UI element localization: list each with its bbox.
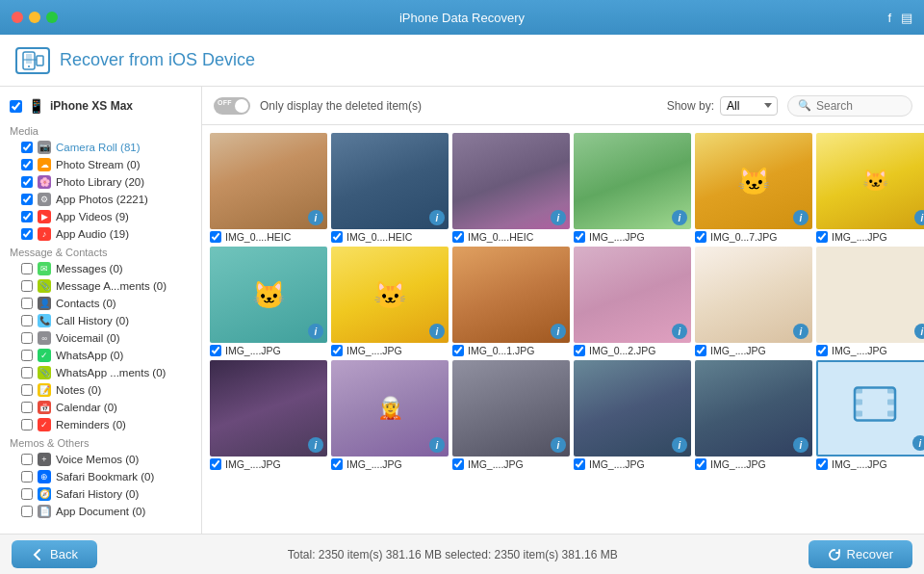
chat-icon[interactable]: ▤ bbox=[901, 11, 912, 25]
camera-roll-checkbox[interactable] bbox=[21, 142, 33, 153]
photo-thumbnail[interactable]: i bbox=[452, 133, 570, 229]
sidebar-item-call-history[interactable]: 📞 Call History (0) bbox=[0, 312, 201, 329]
sidebar-item-photo-library[interactable]: 🌸 Photo Library (20) bbox=[0, 173, 201, 191]
safari-hist-checkbox[interactable] bbox=[21, 488, 33, 500]
photo-checkbox[interactable] bbox=[695, 345, 706, 356]
wa-att-checkbox[interactable] bbox=[21, 367, 33, 378]
photo-thumbnail[interactable]: 🧝 i bbox=[331, 360, 449, 457]
photo-stream-checkbox[interactable] bbox=[21, 159, 33, 170]
photo-thumbnail[interactable]: i bbox=[452, 247, 570, 343]
sidebar-item-calendar[interactable]: 📅 Calendar (0) bbox=[0, 399, 201, 416]
voicemail-checkbox[interactable] bbox=[21, 332, 33, 344]
device-checkbox[interactable] bbox=[10, 100, 22, 113]
search-input[interactable] bbox=[816, 99, 903, 113]
call-history-checkbox[interactable] bbox=[21, 315, 33, 326]
back-button[interactable]: Back bbox=[12, 540, 97, 568]
info-badge[interactable]: i bbox=[914, 324, 924, 339]
photo-checkbox[interactable] bbox=[816, 345, 828, 356]
sidebar-item-message-attachments[interactable]: 📎 Message A...ments (0) bbox=[0, 277, 201, 295]
reminders-checkbox[interactable] bbox=[21, 419, 33, 430]
info-badge[interactable]: i bbox=[429, 210, 445, 225]
info-badge[interactable]: i bbox=[672, 437, 687, 453]
sidebar-item-whatsapp-att[interactable]: 📎 WhatsApp ...ments (0) bbox=[0, 364, 201, 381]
photo-thumbnail[interactable]: i bbox=[816, 360, 924, 457]
app-doc-checkbox[interactable] bbox=[21, 506, 33, 517]
photo-thumbnail[interactable]: 🐱 i bbox=[210, 247, 327, 343]
photo-thumbnail[interactable]: i bbox=[452, 360, 570, 457]
app-videos-checkbox[interactable] bbox=[21, 211, 33, 222]
safari-bm-checkbox[interactable] bbox=[21, 471, 33, 483]
info-badge[interactable]: i bbox=[914, 210, 924, 225]
photo-checkbox[interactable] bbox=[574, 231, 585, 243]
calendar-checkbox[interactable] bbox=[21, 402, 33, 413]
photo-checkbox[interactable] bbox=[331, 231, 343, 243]
sidebar-item-reminders[interactable]: ✓ Reminders (0) bbox=[0, 416, 201, 433]
photo-checkbox[interactable] bbox=[816, 458, 828, 470]
info-badge[interactable]: i bbox=[793, 437, 808, 453]
info-badge[interactable]: i bbox=[429, 437, 445, 453]
show-by-select[interactable]: All Photo Video bbox=[720, 96, 778, 116]
photo-thumbnail[interactable]: 🐱 i bbox=[331, 247, 449, 343]
sidebar-item-photo-stream[interactable]: ☁ Photo Stream (0) bbox=[0, 156, 201, 173]
app-photos-checkbox[interactable] bbox=[21, 194, 33, 205]
sidebar-item-messages[interactable]: ✉ Messages (0) bbox=[0, 260, 201, 277]
photo-checkbox[interactable] bbox=[574, 345, 585, 356]
photo-checkbox[interactable] bbox=[816, 231, 828, 243]
photo-thumbnail[interactable]: i bbox=[574, 360, 691, 457]
photo-library-checkbox[interactable] bbox=[21, 176, 33, 188]
recover-button[interactable]: Recover bbox=[808, 540, 912, 568]
device-selector[interactable]: 📱 iPhone XS Max bbox=[0, 94, 201, 121]
photo-checkbox[interactable] bbox=[210, 231, 221, 243]
photo-checkbox[interactable] bbox=[695, 231, 706, 243]
sidebar-item-voice-memos[interactable]: + Voice Memos (0) bbox=[0, 451, 201, 468]
photo-thumbnail[interactable]: 🐱 i bbox=[816, 133, 924, 229]
photo-thumbnail[interactable]: i bbox=[574, 247, 691, 343]
info-badge[interactable]: i bbox=[793, 210, 808, 225]
info-badge[interactable]: i bbox=[793, 324, 808, 339]
msg-att-checkbox[interactable] bbox=[21, 280, 33, 292]
photo-thumbnail[interactable]: i bbox=[210, 133, 327, 229]
notes-checkbox[interactable] bbox=[21, 384, 33, 396]
photo-checkbox[interactable] bbox=[452, 231, 464, 243]
messages-checkbox[interactable] bbox=[21, 263, 33, 274]
photo-checkbox[interactable] bbox=[210, 458, 221, 470]
maximize-button[interactable] bbox=[46, 12, 58, 23]
sidebar-item-whatsapp[interactable]: ✓ WhatsApp (0) bbox=[0, 347, 201, 364]
facebook-icon[interactable]: f bbox=[887, 11, 891, 25]
photo-checkbox[interactable] bbox=[452, 458, 464, 470]
sidebar-item-notes[interactable]: 📝 Notes (0) bbox=[0, 381, 201, 399]
info-badge[interactable]: i bbox=[551, 324, 566, 339]
info-badge[interactable]: i bbox=[551, 437, 566, 453]
sidebar-item-safari-bookmarks[interactable]: ⊕ Safari Bookmark (0) bbox=[0, 468, 201, 485]
photo-thumbnail[interactable]: i bbox=[695, 247, 812, 343]
sidebar-item-app-audio[interactable]: ♪ App Audio (19) bbox=[0, 225, 201, 243]
photo-checkbox[interactable] bbox=[574, 458, 585, 470]
sidebar-item-app-document[interactable]: 📄 App Document (0) bbox=[0, 503, 201, 520]
photo-checkbox[interactable] bbox=[452, 345, 464, 356]
whatsapp-checkbox[interactable] bbox=[21, 350, 33, 361]
info-badge[interactable]: i bbox=[429, 324, 445, 339]
photo-checkbox[interactable] bbox=[695, 458, 706, 470]
photo-thumbnail[interactable]: i bbox=[331, 133, 449, 229]
info-badge[interactable]: i bbox=[308, 437, 323, 453]
photo-thumbnail[interactable]: 🐱 i bbox=[695, 133, 812, 229]
info-badge[interactable]: i bbox=[308, 210, 323, 225]
sidebar-item-safari-history[interactable]: 🧭 Safari History (0) bbox=[0, 485, 201, 503]
info-badge[interactable]: i bbox=[672, 210, 687, 225]
info-badge[interactable]: i bbox=[308, 324, 323, 339]
info-badge[interactable]: i bbox=[912, 435, 924, 451]
info-badge[interactable]: i bbox=[672, 324, 687, 339]
info-badge[interactable]: i bbox=[551, 210, 566, 225]
app-audio-checkbox[interactable] bbox=[21, 228, 33, 240]
photo-thumbnail[interactable]: i bbox=[574, 133, 691, 229]
sidebar-item-camera-roll[interactable]: 📷 Camera Roll (81) bbox=[0, 139, 201, 156]
photo-checkbox[interactable] bbox=[331, 458, 343, 470]
minimize-button[interactable] bbox=[29, 12, 40, 23]
sidebar-item-voicemail[interactable]: ∞ Voicemail (0) bbox=[0, 329, 201, 347]
photo-checkbox[interactable] bbox=[210, 345, 221, 356]
sidebar-item-app-videos[interactable]: ▶ App Videos (9) bbox=[0, 208, 201, 225]
contacts-checkbox[interactable] bbox=[21, 298, 33, 309]
photo-checkbox[interactable] bbox=[331, 345, 343, 356]
photo-thumbnail[interactable]: i bbox=[695, 360, 812, 457]
sidebar-item-contacts[interactable]: 👤 Contacts (0) bbox=[0, 295, 201, 312]
